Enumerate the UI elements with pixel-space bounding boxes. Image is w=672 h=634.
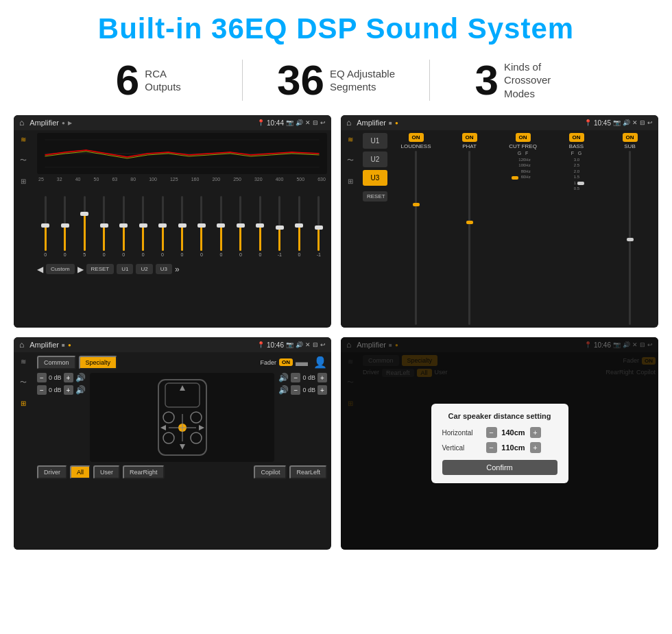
rearleft-btn[interactable]: RearLeft	[289, 465, 327, 479]
speaker-icon-1: 🔊	[296, 119, 303, 126]
page-header: Built-in 36EQ DSP Sound System	[0, 0, 672, 52]
fl-minus[interactable]: −	[37, 373, 47, 382]
eq-slider-1[interactable]: 0	[56, 196, 73, 257]
back-icon-1[interactable]: ↩	[320, 119, 326, 126]
loudness-slider[interactable]	[390, 151, 442, 325]
copilot-btn[interactable]: Copilot	[254, 465, 287, 479]
dot2-icon-2: ●	[395, 120, 398, 126]
eq-slider-9[interactable]: 0	[213, 196, 229, 257]
vertical-row: Vertical − 110cm +	[442, 442, 557, 453]
speaker-diagram	[90, 373, 275, 462]
sub-slider[interactable]	[604, 151, 656, 325]
back-icon-3[interactable]: ↩	[320, 341, 326, 348]
sub-toggle[interactable]: ON	[623, 133, 638, 142]
more-icon[interactable]: »	[175, 265, 180, 274]
eq-slider-5[interactable]: 0	[134, 196, 151, 257]
eq-slider-0[interactable]: 0	[37, 196, 53, 257]
layout-icon-2[interactable]: ⊞	[348, 178, 353, 185]
rl-plus[interactable]: +	[64, 385, 73, 395]
eq-slider-2[interactable]: 5	[76, 196, 93, 257]
driver-btn[interactable]: Driver	[37, 465, 67, 479]
window-icon-2[interactable]: ⊟	[640, 119, 645, 126]
all-btn[interactable]: All	[70, 465, 91, 479]
bass-slider[interactable]: 3.02.52.01.51.00.5	[551, 157, 602, 325]
u2-btn-1[interactable]: U2	[136, 264, 152, 274]
close-icon-2[interactable]: ✕	[632, 119, 638, 126]
svg-marker-12	[180, 385, 185, 391]
horizontal-minus[interactable]: −	[486, 427, 497, 438]
loudness-toggle[interactable]: ON	[409, 133, 424, 142]
back-icon-2[interactable]: ↩	[647, 119, 653, 126]
eq-slider-10[interactable]: 0	[232, 196, 249, 257]
reset-btn-2[interactable]: RESET	[363, 191, 387, 202]
close-icon-3[interactable]: ✕	[305, 341, 311, 348]
loudness-label: LOUDNESS	[400, 143, 431, 149]
screen2-content: ≋ 〜 ⊞ U1 U2 U3 RESET ON LOUDNESS	[341, 130, 658, 328]
rl-minus[interactable]: −	[37, 385, 47, 395]
vertical-plus[interactable]: +	[530, 442, 541, 453]
specialty-tab[interactable]: Specialty	[79, 356, 118, 369]
fader-on-badge[interactable]: ON	[279, 358, 293, 366]
fader-slider-thumb[interactable]: ▬	[296, 355, 308, 369]
rr-minus[interactable]: −	[291, 385, 300, 395]
pin-icon-3: 📍	[257, 341, 265, 348]
phat-slider[interactable]	[444, 151, 495, 325]
db-controls-left: − 0 dB + 🔊 − 0 dB + 🔊	[37, 373, 86, 462]
next-icon[interactable]: ▶	[77, 265, 84, 274]
fr-minus[interactable]: −	[291, 373, 300, 382]
eq-slider-7[interactable]: 0	[173, 196, 190, 257]
page-title: Built-in 36EQ DSP Sound System	[14, 12, 658, 45]
wave-icon-1[interactable]: 〜	[20, 156, 27, 165]
window-icon-1[interactable]: ⊟	[313, 119, 318, 126]
confirm-button[interactable]: Confirm	[442, 460, 557, 475]
vertical-minus[interactable]: −	[486, 442, 497, 453]
eq-slider-6[interactable]: 0	[154, 196, 171, 257]
play-icon-1: ▶	[68, 120, 72, 126]
window-icon-3[interactable]: ⊟	[313, 341, 318, 348]
eq-icon-3[interactable]: ≋	[21, 358, 26, 365]
user-btn[interactable]: User	[93, 465, 120, 479]
fl-plus[interactable]: +	[64, 373, 73, 382]
common-tab[interactable]: Common	[37, 356, 76, 369]
eq-slider-14[interactable]: -1	[311, 196, 327, 257]
custom-btn[interactable]: Custom	[46, 264, 75, 274]
u1-selector[interactable]: U1	[363, 133, 387, 149]
wave-icon-3[interactable]: 〜	[20, 378, 27, 387]
vertical-value: 110cm	[500, 443, 527, 452]
eq-slider-8[interactable]: 0	[193, 196, 210, 257]
u2-selector[interactable]: U2	[363, 151, 387, 167]
layout-icon-1[interactable]: ⊞	[21, 178, 26, 185]
profile-icon-3[interactable]: 👤	[313, 356, 327, 369]
sub-label: SUB	[624, 143, 635, 149]
pin-icon-1: 📍	[257, 119, 265, 126]
reset-btn-1[interactable]: RESET	[86, 264, 115, 274]
u3-btn-1[interactable]: U3	[156, 264, 172, 274]
eq-slider-13[interactable]: 0	[291, 196, 307, 257]
layout-icon-3[interactable]: ⊞	[21, 400, 26, 407]
u1-btn-1[interactable]: U1	[117, 264, 133, 274]
rr-plus[interactable]: +	[317, 385, 327, 395]
phat-toggle[interactable]: ON	[462, 133, 477, 142]
bass-toggle[interactable]: ON	[569, 133, 584, 142]
rearright-btn[interactable]: RearRight	[123, 465, 165, 479]
home-icon-2[interactable]: ⌂	[346, 118, 351, 127]
wave-icon-2[interactable]: 〜	[347, 156, 354, 165]
stat-eq-label: EQ AdjustableSegments	[330, 67, 395, 94]
screens-grid: ⌂ Amplifier ● ▶ 📍 10:44 📷 🔊 ✕ ⊟ ↩ ≋ 〜 ⊞	[0, 111, 672, 557]
fr-plus[interactable]: +	[317, 373, 327, 382]
prev-icon[interactable]: ◀	[37, 265, 43, 274]
eq-slider-3[interactable]: 0	[95, 196, 112, 257]
home-icon-1[interactable]: ⌂	[19, 118, 24, 127]
cutfreq-slider[interactable]: 120Hz100Hz80Hz60Hz	[497, 157, 549, 325]
eq-slider-11[interactable]: 0	[252, 196, 268, 257]
eq-icon-1[interactable]: ≋	[21, 136, 26, 143]
distance-dialog: Car speaker distance setting Horizontal …	[431, 404, 568, 483]
horizontal-plus[interactable]: +	[530, 427, 541, 438]
eq-icon-2[interactable]: ≋	[348, 136, 353, 143]
u3-selector[interactable]: U3	[363, 170, 387, 186]
eq-slider-4[interactable]: 0	[115, 196, 132, 257]
cutfreq-toggle[interactable]: ON	[516, 133, 531, 142]
close-icon-1[interactable]: ✕	[305, 119, 311, 126]
eq-slider-12[interactable]: -1	[272, 196, 288, 257]
home-icon-3[interactable]: ⌂	[19, 340, 24, 350]
